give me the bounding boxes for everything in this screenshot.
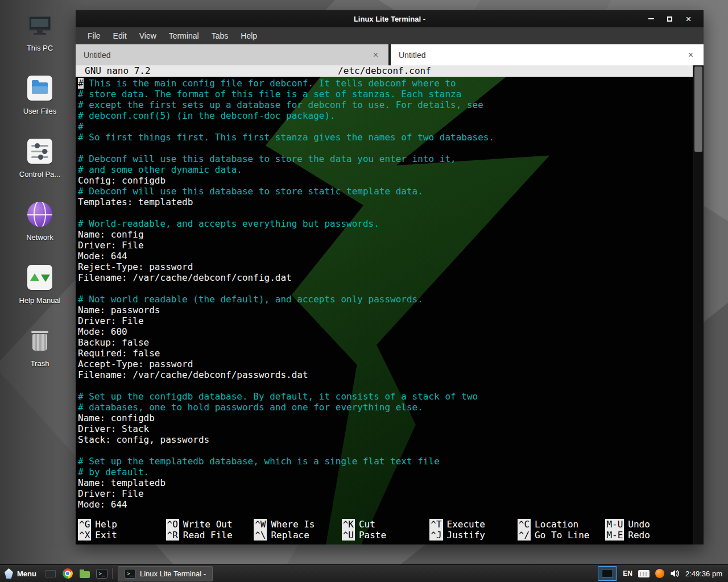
language-indicator[interactable]: EN	[623, 569, 632, 577]
maximize-button[interactable]	[660, 10, 679, 27]
shortcut-label: Undo	[628, 519, 650, 530]
nano-shortcut-help: ^GHelp	[78, 519, 166, 530]
tab-bar: Untitled×Untitled×	[76, 44, 704, 65]
desktop-icon-label: Control Pa...	[19, 170, 60, 178]
menu-item-help[interactable]: Help	[234, 27, 263, 44]
minimize-button[interactable]	[642, 10, 660, 27]
system-tray: EN 2:49:36 pm	[598, 566, 728, 581]
shortcut-key: ^U	[342, 530, 355, 541]
scrollbar[interactable]	[693, 65, 704, 544]
tab-label: Untitled	[84, 51, 371, 60]
menu-item-terminal[interactable]: Terminal	[163, 27, 205, 44]
close-button[interactable]: ×	[679, 10, 698, 27]
linux-lite-logo-icon	[5, 568, 13, 579]
editor-line: # This is the main config file for debco…	[78, 78, 693, 89]
menu-button[interactable]: Menu	[0, 565, 43, 582]
window-titlebar[interactable]: Linux Lite Terminal - ×	[76, 10, 704, 27]
menu-label: Menu	[17, 569, 36, 578]
shortcut-label: Redo	[628, 530, 650, 541]
help-manual-icon	[26, 264, 53, 291]
scrollbar-thumb[interactable]	[694, 66, 702, 152]
desktop-icon-help-manual[interactable]: Help Manual	[8, 264, 72, 327]
desktop-icon-label: This PC	[27, 44, 53, 52]
shortcut-label: Paste	[359, 530, 386, 541]
clock[interactable]: 2:49:36 pm	[685, 569, 722, 578]
desktop-icon-label: User Files	[23, 107, 57, 115]
menu-item-file[interactable]: File	[81, 27, 107, 44]
shortcut-key: ^C	[518, 519, 531, 530]
nano-shortcut-bar: ^GHelp^XExit^OWrite Out^RRead File^WWher…	[78, 519, 693, 541]
nano-title-bar: GNU nano 7.2 /etc/debconf.conf	[76, 65, 693, 77]
editor-line: # Debconf will use this database to stor…	[78, 186, 693, 197]
nano-shortcut-replace: ^\Replace	[254, 530, 342, 541]
update-notifier-icon[interactable]	[655, 569, 664, 578]
editor-line: Stack: config, passwords	[78, 434, 693, 445]
menu-item-view[interactable]: View	[133, 27, 163, 44]
network-icon	[26, 201, 53, 228]
editor-line: # Debconf will use this database to stor…	[78, 153, 693, 164]
editor-line: Driver: Stack	[78, 423, 693, 434]
nano-shortcut-read-file: ^RRead File	[166, 530, 254, 541]
nano-shortcut-exit: ^XExit	[78, 530, 166, 541]
shortcut-label: Location	[535, 519, 578, 530]
tab-2[interactable]: Untitled×	[391, 44, 704, 65]
task-button-terminal[interactable]: Linux Lite Terminal -	[118, 566, 213, 581]
editor-line: # Set up the templatedb database, which …	[78, 456, 693, 467]
chrome-icon[interactable]	[61, 567, 74, 580]
nano-shortcut-location: ^CLocation	[518, 519, 606, 530]
nano-shortcut-write-out: ^OWrite Out	[166, 519, 254, 530]
shortcut-key: M-U	[605, 519, 624, 530]
tab-label: Untitled	[399, 51, 686, 60]
nano-shortcut-cut: ^KCut	[342, 519, 430, 530]
editor-line: Accept-Type: password	[78, 359, 693, 369]
editor-line	[78, 380, 693, 391]
desktop-icon-trash[interactable]: Trash	[8, 327, 72, 390]
shortcut-key: ^O	[166, 519, 179, 530]
editor-line: Backup: false	[78, 337, 693, 348]
editor-line: Mode: 644	[78, 499, 693, 510]
menu-item-edit[interactable]: Edit	[107, 27, 133, 44]
desktop-icon-control-panel[interactable]: Control Pa...	[8, 138, 72, 201]
editor-line	[78, 445, 693, 456]
shortcut-key: ^T	[429, 519, 442, 530]
tab-close-icon[interactable]: ×	[686, 50, 696, 60]
terminal-icon	[125, 569, 136, 579]
editor-text: # This is the main config file for debco…	[78, 78, 693, 510]
desktop-icon-network[interactable]: Network	[8, 201, 72, 264]
shortcut-key: ^J	[429, 530, 442, 541]
taskbar-separator	[112, 568, 113, 579]
terminal-content[interactable]: GNU nano 7.2 /etc/debconf.conf # This is…	[76, 65, 704, 544]
editor-line: # So first things first. This first stan…	[78, 132, 693, 143]
editor-line: Config: configdb	[78, 175, 693, 186]
this-pc-icon	[26, 11, 53, 39]
shortcut-key: ^G	[78, 519, 91, 530]
desktop-icon-user-files[interactable]: User Files	[8, 74, 72, 138]
editor-line: Driver: File	[78, 488, 693, 499]
tray-terminal-button[interactable]	[598, 566, 617, 581]
shortcut-label: Replace	[271, 530, 309, 541]
keyboard-icon[interactable]	[638, 570, 650, 577]
terminal-icon[interactable]	[96, 567, 108, 580]
tab-close-icon[interactable]: ×	[371, 50, 380, 60]
desktop-icon-label: Help Manual	[19, 296, 61, 305]
editor-line: # except the first sets up a database fo…	[78, 99, 693, 110]
editor-line: # store data. The format of this file is…	[78, 89, 693, 99]
desktop-icon-this-pc[interactable]: This PC	[8, 11, 72, 74]
editor-line	[78, 283, 693, 294]
nano-shortcut-where-is: ^WWhere Is	[254, 519, 342, 530]
volume-icon[interactable]	[670, 569, 680, 578]
editor-line: Templates: templatedb	[78, 197, 693, 207]
terminal-tray-icon	[602, 569, 613, 578]
nano-version: GNU nano 7.2	[85, 65, 151, 77]
terminal-window: Linux Lite Terminal - × FileEditViewTerm…	[76, 10, 704, 544]
nano-shortcut-undo: M-UUndo	[605, 519, 693, 530]
shortcut-key: ^W	[254, 519, 267, 530]
screen-icon[interactable]	[44, 567, 57, 580]
quick-launch	[44, 567, 108, 580]
shortcut-key: ^\	[254, 530, 267, 541]
shortcut-label: Where Is	[271, 519, 315, 530]
tab-1[interactable]: Untitled×	[76, 44, 388, 65]
shortcut-label: Write Out	[183, 519, 233, 530]
file-manager-icon[interactable]	[78, 567, 91, 580]
menu-item-tabs[interactable]: Tabs	[205, 27, 235, 44]
